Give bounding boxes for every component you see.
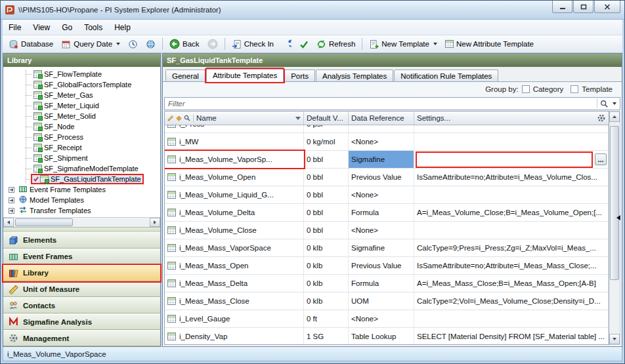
table-vertical-scrollbar[interactable] <box>609 111 620 345</box>
data-reference-cell[interactable]: Formula <box>349 275 414 292</box>
attribute-row[interactable]: i_Level_Gauge 0 ft <None> <box>165 310 609 328</box>
default-value-cell[interactable]: 0 ft <box>304 310 349 327</box>
tree-item-sf-process[interactable]: SF_Process <box>32 132 160 142</box>
attribute-name-cell[interactable]: i_Meas_Mass_Open <box>165 257 304 274</box>
filter-input[interactable] <box>165 100 594 108</box>
nav-item-sigmafine-analysis[interactable]: Sigmafine Analysis <box>3 313 160 330</box>
attribute-row[interactable]: i_MW 0 kg/mol <None> <box>165 133 609 151</box>
attribute-row[interactable]: i_Density_Vap 1 SG Table Lookup SELECT [… <box>165 328 609 344</box>
default-value-cell[interactable]: 0 klb <box>304 239 349 256</box>
undo-checkout-button[interactable] <box>278 38 295 51</box>
tree-item-event-frame-templates[interactable]: Event Frame Templates <box>9 184 160 195</box>
settings-cell[interactable]: ... <box>414 151 609 168</box>
settings-cell[interactable]: CalcType=9;Pres=i_Press;Zg=i_Z;MaxVol=i_… <box>414 239 609 256</box>
attribute-row[interactable]: i_Meas_Mass_Delta 0 klb Formula A=i_Meas… <box>165 275 609 293</box>
settings-cell[interactable]: SELECT [Material Density] FROM [SF_Mater… <box>414 328 609 344</box>
tree-item-model-templates[interactable]: Model Templates <box>9 195 160 205</box>
data-reference-cell[interactable]: Table Lookup <box>349 328 414 344</box>
attribute-name-cell[interactable]: i_Meas_Volume_Close <box>165 222 304 239</box>
tree-item-sf-gasliquidtanktemplate[interactable]: SF_GasLiquidTankTemplate <box>32 174 160 184</box>
settings-cell[interactable]: IsSameAttribute=no;Attribute=i_Meas_Mass… <box>414 257 609 274</box>
nav-item-event-frames[interactable]: Event Frames <box>3 249 160 265</box>
scrollbar-thumb[interactable] <box>15 218 73 226</box>
expand-icon[interactable] <box>9 187 14 193</box>
scroll-left-button[interactable] <box>3 218 14 227</box>
maximize-button[interactable] <box>573 1 593 13</box>
default-value-cell[interactable]: 0 bbl <box>304 204 349 221</box>
attribute-name-cell[interactable]: i_Press <box>165 125 304 132</box>
data-reference-cell[interactable]: Sigmafine <box>349 239 414 256</box>
default-value-cell[interactable]: 0 klb <box>304 257 349 274</box>
tab-analysis-templates[interactable]: Analysis Templates <box>316 70 393 81</box>
apply-check-button[interactable] <box>296 39 312 50</box>
menu-help[interactable]: Help <box>108 21 137 34</box>
tree-item-sf-sigmafinemodeltemplate[interactable]: SF_SigmafineModelTemplate <box>32 163 160 174</box>
search-icon[interactable] <box>600 100 609 108</box>
default-value-cell[interactable]: 0 bbl <box>304 222 349 239</box>
tree-item-sf-flowtemplate[interactable]: SF_FlowTemplate <box>32 69 160 79</box>
default-value-cell[interactable]: 0 klb <box>304 275 349 292</box>
search-options-dropdown-icon[interactable] <box>613 102 616 105</box>
settings-cell[interactable]: IsSameAttribute=no;Attribute=i_Meas_Volu… <box>414 169 609 186</box>
attribute-name-cell[interactable]: i_Density_Vap <box>165 328 304 344</box>
data-reference-cell[interactable]: <None> <box>349 133 414 150</box>
nav-item-management[interactable]: Management <box>3 330 160 346</box>
new-attribute-template-button[interactable]: New Attribute Template <box>442 39 537 49</box>
data-reference-cell[interactable]: Formula <box>349 204 414 221</box>
default-value-cell[interactable]: 0 bbl <box>304 169 349 186</box>
new-template-button[interactable]: New Template <box>366 38 441 51</box>
attribute-name-cell[interactable]: i_Level_Gauge <box>165 310 304 327</box>
attribute-name-cell[interactable]: i_Meas_Volume_Liquid_G... <box>165 186 304 203</box>
default-value-cell[interactable]: 0 klb <box>304 293 349 310</box>
data-reference-cell[interactable]: <None> <box>349 310 414 327</box>
expand-icon[interactable] <box>9 208 14 214</box>
nav-item-library[interactable]: Library <box>3 265 160 281</box>
tree-item-sf-shipment[interactable]: SF_Shipment <box>32 153 160 163</box>
attribute-row[interactable]: i_Meas_Volume_Close 0 bbl <None> <box>165 222 609 239</box>
scroll-down-button[interactable] <box>609 334 620 344</box>
data-reference-cell[interactable]: <None> <box>349 186 414 203</box>
group-by-category-checkbox[interactable] <box>522 85 530 93</box>
default-value-cell[interactable]: 1 SG <box>304 328 349 344</box>
tab-notification-rule-templates[interactable]: Notification Rule Templates <box>394 70 498 81</box>
menu-view[interactable]: View <box>27 21 56 34</box>
default-value-cell[interactable]: 0 kg/mol <box>304 133 349 150</box>
query-date-button[interactable]: Query Date <box>58 38 123 51</box>
attribute-name-cell[interactable]: i_Meas_Mass_Close <box>165 293 304 310</box>
tree-item-sf-receipt[interactable]: SF_Receipt <box>32 142 160 153</box>
settings-column-header[interactable]: Settings... <box>414 111 609 125</box>
attribute-row[interactable]: i_Meas_Volume_Delta 0 bbl Formula A=i_Me… <box>165 204 609 222</box>
minimize-button[interactable] <box>552 1 572 13</box>
forward-button[interactable] <box>204 37 221 51</box>
back-button[interactable]: Back <box>166 37 203 51</box>
settings-cell[interactable]: A=i_Meas_Volume_Close;B=i_Meas_Volume_Op… <box>414 204 609 221</box>
close-button[interactable] <box>594 1 620 13</box>
scrollbar-track[interactable] <box>609 122 620 334</box>
name-column-header[interactable]: Name <box>165 111 304 125</box>
default-value-cell[interactable]: 0 psi <box>304 125 349 132</box>
scrollbar-thumb[interactable] <box>610 126 619 280</box>
data-reference-column-header[interactable]: Data Reference <box>349 111 414 125</box>
collapse-panel-arrow-icon[interactable] <box>616 215 620 220</box>
menu-file[interactable]: File <box>3 21 27 34</box>
attribute-row[interactable]: i_Meas_Mass_Close 0 klb UOM CalcType=2;V… <box>165 293 609 310</box>
menu-tools[interactable]: Tools <box>78 21 108 34</box>
default-value-cell[interactable]: 0 bbl <box>304 186 349 203</box>
attribute-row[interactable]: i_Meas_Volume_Liquid_G... 0 bbl <None> <box>165 186 609 204</box>
refresh-button[interactable]: Refresh <box>313 38 358 51</box>
settings-cell[interactable] <box>414 133 609 150</box>
attribute-name-cell[interactable]: i_MW <box>165 133 304 150</box>
tab-general[interactable]: General <box>165 70 205 81</box>
attribute-row[interactable]: i_Meas_Mass_VaporSpace 0 klb Sigmafine C… <box>165 239 609 257</box>
database-button[interactable]: Database <box>5 38 56 51</box>
settings-ellipsis-button[interactable]: ... <box>595 153 607 165</box>
settings-cell[interactable] <box>414 222 609 239</box>
tree-item-sf-globalfactorstemplate[interactable]: SF_GlobalFactorsTemplate <box>32 79 160 90</box>
settings-cell[interactable]: A=i_Meas_Mass_Close;B=i_Meas_Mass_Open;[… <box>414 275 609 292</box>
tree-item-sf-node[interactable]: SF_Node <box>32 121 160 132</box>
grid-options-gear-icon[interactable] <box>597 113 606 123</box>
scroll-up-button[interactable] <box>609 111 620 122</box>
settings-cell[interactable] <box>414 186 609 203</box>
attribute-name-cell[interactable]: i_Meas_Volume_Delta <box>165 204 304 221</box>
group-by-template-checkbox[interactable] <box>571 85 578 93</box>
